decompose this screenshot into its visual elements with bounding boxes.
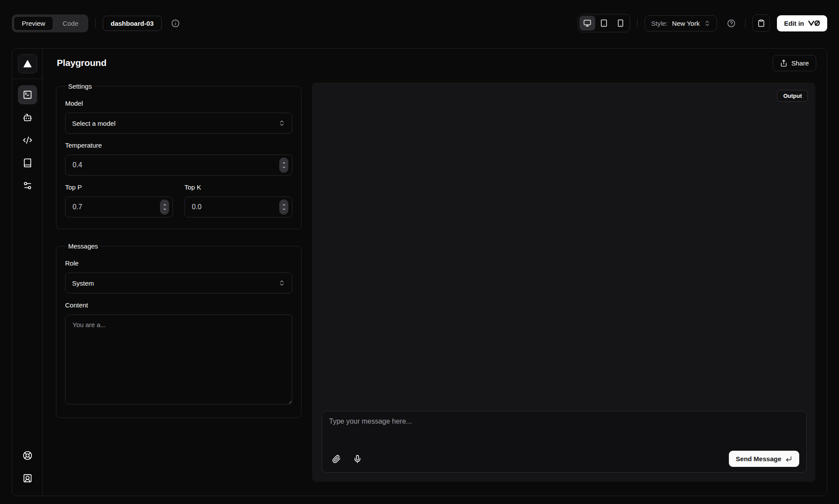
app-logo-button[interactable] — [18, 54, 37, 73]
style-select[interactable]: Style: New York — [645, 15, 717, 31]
role-select[interactable]: System — [65, 273, 292, 293]
model-select[interactable]: Select a model — [65, 113, 292, 134]
temperature-label: Temperature — [65, 142, 292, 149]
chevron-up-icon — [281, 161, 287, 165]
help-icon[interactable] — [724, 16, 738, 30]
edit-in-label: Edit in — [784, 20, 804, 27]
style-select-label: Style: — [651, 20, 668, 27]
tab-preview[interactable]: Preview — [14, 16, 53, 31]
app-sidebar — [12, 48, 43, 496]
v0-logo-icon — [808, 20, 820, 26]
paperclip-icon — [332, 455, 341, 463]
output-panel: Output Send Message — [312, 83, 815, 482]
settings-form: Settings Model Select a model Temperatur… — [56, 83, 302, 482]
top-toolbar: Preview Code dashboard-03 Style: New Yor… — [0, 0, 839, 46]
divider — [637, 18, 638, 28]
sidebar-footer — [18, 446, 37, 488]
block-name-badge[interactable]: dashboard-03 — [103, 16, 161, 31]
chevron-down-icon — [162, 207, 167, 211]
model-select-value: Select a model — [72, 120, 115, 127]
info-icon[interactable] — [169, 16, 183, 30]
bot-icon — [23, 113, 32, 122]
square-terminal-icon — [23, 90, 32, 100]
edit-in-v0-button[interactable]: Edit in — [777, 15, 827, 31]
messages-fieldset: Messages Role System Content — [56, 242, 302, 418]
attach-file-button[interactable] — [329, 452, 344, 466]
messages-legend: Messages — [66, 242, 100, 250]
message-composer: Send Message — [322, 411, 807, 473]
preview-frame: Playground Share Settings Model Select a… — [12, 48, 827, 496]
copy-code-button[interactable] — [752, 14, 770, 32]
mic-icon — [353, 455, 362, 463]
preview-code-toggle: Preview Code — [12, 14, 88, 32]
square-user-icon — [23, 473, 32, 483]
top-p-stepper[interactable] — [160, 200, 169, 215]
microphone-button[interactable] — [350, 452, 365, 466]
sidebar-item-account[interactable] — [18, 469, 37, 488]
chevrons-up-down-icon — [704, 20, 711, 27]
device-preview-toggle — [578, 14, 630, 32]
content-textarea[interactable] — [65, 314, 292, 404]
send-message-label: Send Message — [736, 455, 781, 463]
chevron-down-icon — [281, 166, 287, 169]
settings-legend: Settings — [66, 83, 94, 90]
sidebar-item-help[interactable] — [18, 446, 37, 465]
code-icon — [23, 135, 32, 145]
monitor-icon — [583, 19, 591, 27]
sidebar-item-settings[interactable] — [18, 176, 37, 195]
settings-sliders-icon — [23, 181, 32, 190]
mobile-view-button[interactable] — [613, 16, 628, 31]
sidebar-item-playground[interactable] — [18, 85, 37, 104]
desktop-view-button[interactable] — [579, 16, 595, 31]
message-input[interactable] — [329, 418, 799, 445]
chevron-down-icon — [281, 207, 287, 211]
sidebar-nav — [18, 85, 37, 446]
triangle-logo-icon — [23, 59, 32, 69]
tablet-icon — [600, 19, 608, 27]
content-label: Content — [65, 301, 292, 309]
divider — [95, 18, 96, 28]
top-k-label: Top K — [184, 183, 292, 191]
model-label: Model — [65, 100, 292, 107]
top-k-input[interactable] — [184, 197, 292, 217]
clipboard-icon — [757, 19, 765, 27]
page-title: Playground — [57, 58, 107, 68]
page-header: Playground Share — [43, 48, 827, 77]
send-message-button[interactable]: Send Message — [729, 451, 799, 467]
divider — [745, 18, 745, 28]
share-label: Share — [791, 59, 809, 67]
share-icon — [780, 59, 787, 67]
role-label: Role — [65, 259, 292, 267]
sidebar-item-api[interactable] — [18, 131, 37, 150]
book-icon — [23, 158, 32, 168]
corner-down-left-icon — [785, 456, 792, 463]
life-buoy-icon — [23, 451, 32, 460]
top-p-label: Top P — [65, 183, 173, 191]
smartphone-icon — [617, 19, 624, 27]
sidebar-item-documentation[interactable] — [18, 153, 37, 173]
temperature-input[interactable] — [65, 155, 292, 176]
top-k-stepper[interactable] — [279, 200, 288, 215]
settings-fieldset: Settings Model Select a model Temperatur… — [56, 83, 302, 229]
output-badge: Output — [777, 90, 808, 102]
temperature-stepper[interactable] — [279, 158, 288, 173]
tablet-view-button[interactable] — [596, 16, 612, 31]
chevrons-up-down-icon — [278, 120, 285, 127]
sidebar-item-models[interactable] — [18, 108, 37, 127]
chevron-up-icon — [162, 203, 167, 207]
chevrons-up-down-icon — [278, 280, 285, 287]
share-button[interactable]: Share — [773, 55, 816, 71]
role-select-value: System — [72, 280, 94, 287]
chevron-up-icon — [281, 203, 287, 207]
tab-code[interactable]: Code — [54, 16, 87, 31]
top-p-input[interactable] — [65, 197, 173, 217]
style-select-value: New York — [672, 20, 700, 27]
